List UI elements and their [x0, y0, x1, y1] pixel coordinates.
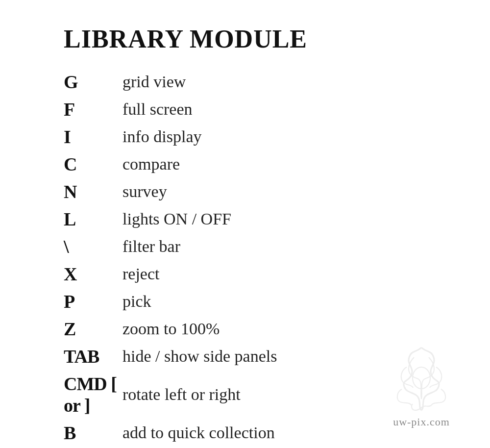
- shortcut-row: Ggrid view: [64, 68, 277, 96]
- page-title: LIBRARY MODULE: [64, 25, 490, 53]
- shortcut-key: G: [64, 68, 118, 96]
- shortcut-key: L: [64, 205, 118, 233]
- page-container: LIBRARY MODULE Ggrid viewFfull screenIin…: [0, 0, 490, 448]
- shortcut-key: X: [64, 260, 118, 288]
- shortcut-description: add to quick collection: [118, 419, 277, 447]
- shortcut-key: CMD [ or ]: [64, 370, 118, 419]
- shortcut-row: Ffull screen: [64, 96, 277, 123]
- shortcut-row: Xreject: [64, 260, 277, 288]
- shortcut-row: \filter bar: [64, 233, 277, 260]
- shortcut-description: compare: [118, 150, 277, 178]
- shortcut-description: reject: [118, 260, 277, 288]
- shortcuts-table: Ggrid viewFfull screenIinfo displayCcomp…: [64, 68, 277, 447]
- shortcut-description: rotate left or right: [118, 370, 277, 419]
- shortcut-key: \: [64, 233, 118, 260]
- shortcut-row: TABhide / show side panels: [64, 343, 277, 370]
- shortcut-key: C: [64, 150, 118, 178]
- shortcut-row: Zzoom to 100%: [64, 315, 277, 343]
- shortcut-key: B: [64, 419, 118, 447]
- shortcut-key: Z: [64, 315, 118, 343]
- watermark: uw-pix.com: [372, 343, 470, 428]
- watermark-text: uw-pix.com: [372, 416, 470, 428]
- shortcut-description: full screen: [118, 96, 277, 123]
- watermark-logo: [372, 343, 470, 411]
- shortcut-row: Llights ON / OFF: [64, 205, 277, 233]
- shortcut-row: Ppick: [64, 288, 277, 315]
- shortcut-row: Iinfo display: [64, 123, 277, 150]
- shortcut-key: TAB: [64, 343, 118, 370]
- shortcut-description: survey: [118, 178, 277, 205]
- shortcut-description: zoom to 100%: [118, 315, 277, 343]
- shortcut-key: P: [64, 288, 118, 315]
- shortcut-row: Nsurvey: [64, 178, 277, 205]
- shortcut-row: Badd to quick collection: [64, 419, 277, 447]
- shortcut-row: CMD [ or ]rotate left or right: [64, 370, 277, 419]
- shortcut-description: lights ON / OFF: [118, 205, 277, 233]
- shortcut-description: filter bar: [118, 233, 277, 260]
- shortcut-row: Ccompare: [64, 150, 277, 178]
- shortcut-description: grid view: [118, 68, 277, 96]
- shortcut-description: info display: [118, 123, 277, 150]
- shortcut-key: F: [64, 96, 118, 123]
- shortcut-key: N: [64, 178, 118, 205]
- shortcut-description: hide / show side panels: [118, 343, 277, 370]
- shortcut-description: pick: [118, 288, 277, 315]
- shortcut-key: I: [64, 123, 118, 150]
